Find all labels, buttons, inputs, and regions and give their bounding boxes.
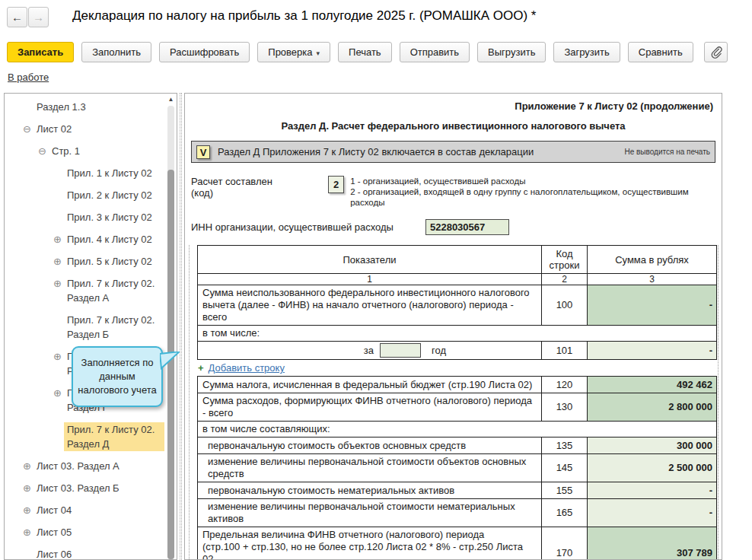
sidebar-item[interactable]: Прил. 7 к Листу 02. Раздел Д — [5, 422, 164, 451]
year-prefix-label: за — [202, 345, 380, 357]
calc-code-field[interactable]: 2 — [328, 176, 344, 193]
amount-cell[interactable]: 492 462 — [588, 377, 717, 393]
sidebar-item[interactable]: ⊖Стр. 1 — [5, 144, 164, 158]
year-suffix-label: год — [421, 345, 537, 357]
sidebar-item[interactable]: ⊕Лист 03. Раздел Б — [5, 481, 164, 495]
sidebar-item[interactable]: ⊕Прил. 4 к Листу 02 — [5, 232, 164, 247]
indicator-label: первоначальную стоимость нематериальных … — [198, 482, 542, 499]
legend-line-2: 2 - организацией, входящей в одну группу… — [350, 186, 722, 208]
tooltip-text: Заполняется по данным налогового учета — [78, 357, 156, 396]
expander-plus-icon[interactable]: ⊕ — [21, 525, 33, 539]
sections-tree: Раздел 1.3⊖Лист 02⊖Стр. 1Прил. 1 к Листу… — [5, 100, 164, 560]
status-link[interactable]: В работе — [8, 72, 49, 83]
toolbar: ЗаписатьЗаполнитьРасшифроватьПроверка▾Пе… — [7, 42, 693, 62]
sidebar-item-label: Прил. 7 к Листу 02. Раздел Д — [64, 422, 164, 451]
scroll-up-button[interactable]: ▲ — [165, 94, 177, 105]
amount-cell[interactable]: - — [588, 499, 717, 527]
sidebar-item-label: Прил. 7 к Листу 02. Раздел Б — [64, 313, 164, 342]
add-row-control: +Добавить строку — [197, 360, 715, 376]
sidebar-item-label: Прил. 2 к Листу 02 — [64, 188, 155, 202]
sidebar-item[interactable]: Прил. 7 к Листу 02. Раздел Б — [5, 313, 164, 342]
sidebar-item-label: Лист 03. Раздел А — [33, 459, 123, 473]
section-row-label: в том числе составляющих: — [198, 422, 717, 438]
sections-sidebar: Раздел 1.3⊖Лист 02⊖Стр. 1Прил. 1 к Листу… — [4, 93, 177, 560]
header-code: Код строки — [542, 246, 588, 274]
inn-field[interactable]: 5228030567 — [425, 219, 509, 235]
sidebar-item-label: Раздел 1.3 — [33, 100, 89, 114]
year-field[interactable] — [380, 343, 421, 358]
expander-plus-icon[interactable]: ⊕ — [51, 232, 64, 247]
col-number-1: 1 — [198, 274, 542, 285]
sidebar-item[interactable]: ⊕Лист 04 — [5, 503, 164, 517]
indicators-table-bottom: Сумма налога, исчисленная в федеральный … — [197, 376, 717, 560]
sidebar-item[interactable]: ⊕Лист 03. Раздел А — [5, 459, 164, 473]
sidebar-item[interactable]: ⊖Лист 02 — [5, 122, 164, 136]
forward-button[interactable]: → — [28, 7, 49, 27]
sidebar-item[interactable]: ⊕Прил. 7 к Листу 02. Раздел А — [5, 276, 164, 305]
table-row: первоначальную стоимость объектов основн… — [198, 438, 717, 454]
amount-cell[interactable]: 307 789 — [588, 527, 717, 560]
not-printed-note: Не выводится на печать — [624, 148, 710, 156]
indicator-label: изменение величины первоначальной стоимо… — [198, 499, 542, 527]
sidebar-item[interactable]: Прил. 2 к Листу 02 — [5, 188, 164, 202]
amount-cell[interactable]: 2 500 000 — [588, 454, 717, 482]
expander-plus-icon[interactable]: ⊕ — [51, 276, 64, 291]
save-button[interactable]: Записать — [7, 42, 74, 62]
paperclip-icon — [710, 46, 722, 59]
fill-button[interactable]: Заполнить — [81, 42, 151, 62]
amount-cell[interactable]: 300 000 — [588, 438, 717, 454]
attachments-button[interactable] — [704, 42, 728, 62]
amount-cell[interactable]: - — [588, 342, 717, 360]
import-button[interactable]: Загрузить — [553, 42, 620, 62]
table-row: загод101- — [198, 342, 717, 360]
line-code: 165 — [542, 499, 588, 527]
col-number-3: 3 — [588, 274, 717, 285]
export-button[interactable]: Выгрузить — [477, 42, 546, 62]
amount-cell[interactable]: 2 800 000 — [588, 393, 717, 422]
indicator-label: Сумма налога, исчисленная в федеральный … — [198, 377, 542, 393]
compare-button[interactable]: Сравнить — [628, 42, 693, 62]
include-section-checkbox[interactable]: V — [196, 145, 210, 159]
sidebar-item[interactable]: Прил. 3 к Листу 02 — [5, 210, 164, 224]
add-row-link[interactable]: Добавить строку — [209, 362, 285, 374]
expander-minus-icon[interactable]: ⊖ — [36, 144, 49, 158]
amount-cell[interactable]: - — [588, 285, 717, 326]
sidebar-item-label: Прил. 4 к Листу 02 — [64, 232, 155, 247]
sidebar-item-label: Прил. 5 к Листу 02 — [64, 254, 155, 269]
callout-tooltip: Заполняется по данным налогового учета — [72, 346, 163, 407]
sidebar-item[interactable]: ⊕Прил. 5 к Листу 02 — [5, 254, 164, 269]
send-button[interactable]: Отправить — [400, 42, 470, 62]
sidebar-item[interactable]: Лист 06 — [5, 547, 164, 560]
expander-minus-icon[interactable]: ⊖ — [21, 122, 33, 136]
table-row: Сумма налога, исчисленная в федеральный … — [198, 377, 717, 393]
sidebar-item-label: Лист 04 — [33, 503, 75, 517]
calc-code-legend: 1 - организацией, осуществившей расходы … — [350, 176, 722, 208]
expander-plus-icon[interactable]: ⊕ — [21, 503, 33, 517]
inn-label: ИНН организации, осуществившей расходы — [191, 221, 394, 233]
appendix-header: Приложение 7 к Листу 02 (продолжение) — [185, 100, 722, 112]
expander-plus-icon[interactable]: ⊕ — [21, 481, 33, 495]
print-button[interactable]: Печать — [338, 42, 392, 62]
sidebar-scrollbar[interactable]: ▲ — [165, 94, 177, 559]
back-button[interactable]: ← — [7, 7, 27, 27]
decrypt-button[interactable]: Расшифровать — [159, 42, 250, 62]
column-numbers-row: 1 2 3 — [198, 274, 717, 285]
indicators-table-top: Показатели Код строки Сумма в рублях 1 2… — [197, 245, 717, 360]
sidebar-item[interactable]: Прил. 1 к Листу 02 — [5, 166, 164, 180]
expander-plus-icon[interactable]: ⊕ — [51, 254, 64, 269]
sidebar-item-label: Прил. 1 к Листу 02 — [64, 166, 155, 180]
tooltip-tail — [160, 352, 180, 370]
panel-splitter[interactable] — [180, 93, 182, 560]
table-row: в том числе составляющих: — [198, 422, 717, 438]
calc-code-label: Расчет составлен (код) — [191, 176, 296, 199]
check-button[interactable]: Проверка▾ — [257, 42, 330, 62]
sidebar-item[interactable]: ⊕Лист 05 — [5, 525, 164, 539]
expander-plus-icon[interactable]: ⊕ — [51, 386, 64, 400]
indicator-label: Сумма неиспользованного федерального инв… — [198, 285, 542, 326]
sidebar-item-label: Лист 05 — [33, 525, 75, 539]
expander-plus-icon[interactable]: ⊕ — [51, 349, 64, 364]
sidebar-item[interactable]: Раздел 1.3 — [5, 100, 164, 114]
amount-cell[interactable]: - — [588, 482, 717, 499]
col-number-2: 2 — [542, 274, 588, 285]
expander-plus-icon[interactable]: ⊕ — [21, 459, 33, 473]
